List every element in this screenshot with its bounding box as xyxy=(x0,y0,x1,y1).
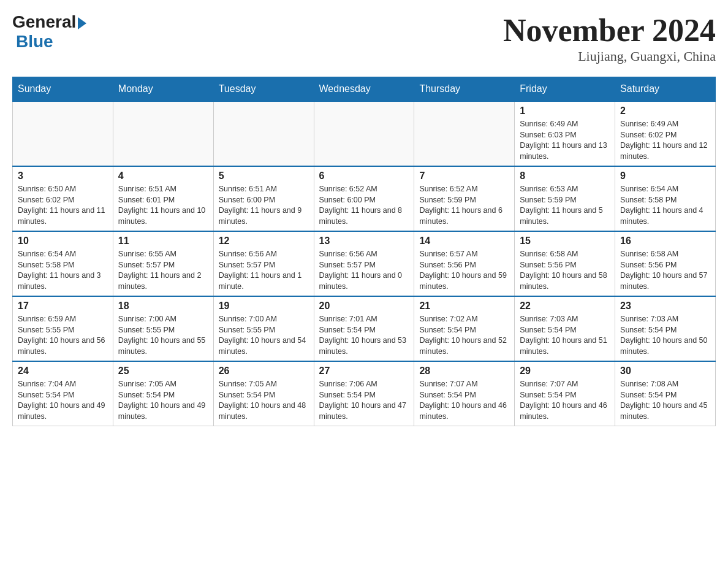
calendar-week-row: 10Sunrise: 6:54 AMSunset: 5:58 PMDayligh… xyxy=(13,231,716,296)
day-number: 12 xyxy=(219,236,309,247)
day-number: 26 xyxy=(219,366,309,377)
calendar-day-cell: 15Sunrise: 6:58 AMSunset: 5:56 PMDayligh… xyxy=(515,231,615,296)
day-of-week-header: Monday xyxy=(113,77,213,102)
day-number: 20 xyxy=(319,301,409,312)
calendar-day-cell: 11Sunrise: 6:55 AMSunset: 5:57 PMDayligh… xyxy=(113,231,213,296)
day-number: 1 xyxy=(520,105,610,117)
day-number: 29 xyxy=(520,366,610,377)
day-number: 7 xyxy=(419,170,509,182)
day-of-week-header: Wednesday xyxy=(314,77,414,102)
calendar-day-cell: 8Sunrise: 6:53 AMSunset: 5:59 PMDaylight… xyxy=(515,166,615,231)
day-number: 19 xyxy=(219,301,309,312)
location-title: Liujiang, Guangxi, China xyxy=(503,48,716,64)
calendar-day-cell xyxy=(414,101,515,166)
day-info: Sunrise: 7:03 AMSunset: 5:54 PMDaylight:… xyxy=(520,314,610,357)
calendar-day-cell: 7Sunrise: 6:52 AMSunset: 5:59 PMDaylight… xyxy=(414,166,515,231)
day-number: 11 xyxy=(118,236,208,247)
calendar-week-row: 3Sunrise: 6:50 AMSunset: 6:02 PMDaylight… xyxy=(13,166,716,231)
day-info: Sunrise: 7:03 AMSunset: 5:54 PMDaylight:… xyxy=(620,314,710,357)
day-number: 22 xyxy=(520,301,610,312)
day-number: 6 xyxy=(319,170,409,182)
calendar-day-cell: 25Sunrise: 7:05 AMSunset: 5:54 PMDayligh… xyxy=(113,361,213,426)
day-info: Sunrise: 6:52 AMSunset: 6:00 PMDaylight:… xyxy=(319,184,409,227)
calendar-day-cell: 22Sunrise: 7:03 AMSunset: 5:54 PMDayligh… xyxy=(515,296,615,361)
day-of-week-header: Friday xyxy=(515,77,615,102)
day-number: 3 xyxy=(18,170,108,182)
day-number: 21 xyxy=(419,301,509,312)
calendar-day-cell: 14Sunrise: 6:57 AMSunset: 5:56 PMDayligh… xyxy=(414,231,515,296)
calendar-week-row: 24Sunrise: 7:04 AMSunset: 5:54 PMDayligh… xyxy=(13,361,716,426)
calendar-day-cell: 29Sunrise: 7:07 AMSunset: 5:54 PMDayligh… xyxy=(515,361,615,426)
day-number: 17 xyxy=(18,301,108,312)
day-info: Sunrise: 7:05 AMSunset: 5:54 PMDaylight:… xyxy=(219,379,309,422)
day-of-week-header: Saturday xyxy=(615,77,716,102)
day-info: Sunrise: 6:52 AMSunset: 5:59 PMDaylight:… xyxy=(419,184,509,227)
logo-triangle-icon xyxy=(78,17,86,29)
day-of-week-header: Sunday xyxy=(13,77,113,102)
header: General Blue November 2024 Liujiang, Gua… xyxy=(12,12,716,64)
day-info: Sunrise: 6:51 AMSunset: 6:01 PMDaylight:… xyxy=(118,184,208,227)
day-info: Sunrise: 6:58 AMSunset: 5:56 PMDaylight:… xyxy=(520,249,610,292)
calendar-day-cell: 18Sunrise: 7:00 AMSunset: 5:55 PMDayligh… xyxy=(113,296,213,361)
day-info: Sunrise: 6:58 AMSunset: 5:56 PMDaylight:… xyxy=(620,249,710,292)
day-info: Sunrise: 6:57 AMSunset: 5:56 PMDaylight:… xyxy=(419,249,509,292)
day-info: Sunrise: 7:04 AMSunset: 5:54 PMDaylight:… xyxy=(18,379,108,422)
calendar-day-cell: 16Sunrise: 6:58 AMSunset: 5:56 PMDayligh… xyxy=(615,231,716,296)
day-number: 4 xyxy=(118,170,208,182)
calendar-day-cell: 10Sunrise: 6:54 AMSunset: 5:58 PMDayligh… xyxy=(13,231,113,296)
day-info: Sunrise: 7:00 AMSunset: 5:55 PMDaylight:… xyxy=(118,314,208,357)
calendar-day-cell: 23Sunrise: 7:03 AMSunset: 5:54 PMDayligh… xyxy=(615,296,716,361)
title-area: November 2024 Liujiang, Guangxi, China xyxy=(503,12,716,64)
calendar-week-row: 1Sunrise: 6:49 AMSunset: 6:03 PMDaylight… xyxy=(13,101,716,166)
calendar-day-cell: 20Sunrise: 7:01 AMSunset: 5:54 PMDayligh… xyxy=(314,296,414,361)
calendar-day-cell: 19Sunrise: 7:00 AMSunset: 5:55 PMDayligh… xyxy=(213,296,314,361)
day-info: Sunrise: 7:06 AMSunset: 5:54 PMDaylight:… xyxy=(319,379,409,422)
calendar-day-cell: 28Sunrise: 7:07 AMSunset: 5:54 PMDayligh… xyxy=(414,361,515,426)
calendar-day-cell: 24Sunrise: 7:04 AMSunset: 5:54 PMDayligh… xyxy=(13,361,113,426)
calendar-day-cell: 12Sunrise: 6:56 AMSunset: 5:57 PMDayligh… xyxy=(213,231,314,296)
day-info: Sunrise: 6:56 AMSunset: 5:57 PMDaylight:… xyxy=(219,249,309,292)
day-number: 30 xyxy=(620,366,710,377)
month-title: November 2024 xyxy=(503,12,716,48)
day-number: 10 xyxy=(18,236,108,247)
day-number: 23 xyxy=(620,301,710,312)
day-info: Sunrise: 6:56 AMSunset: 5:57 PMDaylight:… xyxy=(319,249,409,292)
day-number: 14 xyxy=(419,236,509,247)
day-number: 28 xyxy=(419,366,509,377)
day-number: 16 xyxy=(620,236,710,247)
day-number: 9 xyxy=(620,170,710,182)
calendar-day-cell: 13Sunrise: 6:56 AMSunset: 5:57 PMDayligh… xyxy=(314,231,414,296)
calendar-day-cell: 17Sunrise: 6:59 AMSunset: 5:55 PMDayligh… xyxy=(13,296,113,361)
calendar-day-cell xyxy=(13,101,113,166)
logo: General Blue xyxy=(12,12,86,52)
day-info: Sunrise: 6:49 AMSunset: 6:03 PMDaylight:… xyxy=(520,119,610,162)
day-info: Sunrise: 6:50 AMSunset: 6:02 PMDaylight:… xyxy=(18,184,108,227)
day-info: Sunrise: 7:07 AMSunset: 5:54 PMDaylight:… xyxy=(419,379,509,422)
day-info: Sunrise: 6:59 AMSunset: 5:55 PMDaylight:… xyxy=(18,314,108,357)
day-number: 8 xyxy=(520,170,610,182)
calendar-table: SundayMondayTuesdayWednesdayThursdayFrid… xyxy=(12,77,716,426)
day-info: Sunrise: 7:00 AMSunset: 5:55 PMDaylight:… xyxy=(219,314,309,357)
calendar-day-cell xyxy=(314,101,414,166)
day-info: Sunrise: 7:07 AMSunset: 5:54 PMDaylight:… xyxy=(520,379,610,422)
calendar-week-row: 17Sunrise: 6:59 AMSunset: 5:55 PMDayligh… xyxy=(13,296,716,361)
calendar-day-cell: 1Sunrise: 6:49 AMSunset: 6:03 PMDaylight… xyxy=(515,101,615,166)
calendar-day-cell: 5Sunrise: 6:51 AMSunset: 6:00 PMDaylight… xyxy=(213,166,314,231)
day-of-week-header: Tuesday xyxy=(213,77,314,102)
logo-blue-text: Blue xyxy=(16,32,53,52)
day-number: 13 xyxy=(319,236,409,247)
calendar-day-cell xyxy=(213,101,314,166)
day-number: 5 xyxy=(219,170,309,182)
day-info: Sunrise: 6:55 AMSunset: 5:57 PMDaylight:… xyxy=(118,249,208,292)
calendar-day-cell xyxy=(113,101,213,166)
day-info: Sunrise: 7:05 AMSunset: 5:54 PMDaylight:… xyxy=(118,379,208,422)
day-number: 24 xyxy=(18,366,108,377)
calendar-day-cell: 6Sunrise: 6:52 AMSunset: 6:00 PMDaylight… xyxy=(314,166,414,231)
day-info: Sunrise: 7:02 AMSunset: 5:54 PMDaylight:… xyxy=(419,314,509,357)
calendar-header-row: SundayMondayTuesdayWednesdayThursdayFrid… xyxy=(13,77,716,102)
day-info: Sunrise: 7:01 AMSunset: 5:54 PMDaylight:… xyxy=(319,314,409,357)
calendar-day-cell: 2Sunrise: 6:49 AMSunset: 6:02 PMDaylight… xyxy=(615,101,716,166)
day-number: 15 xyxy=(520,236,610,247)
day-of-week-header: Thursday xyxy=(414,77,515,102)
logo-general-text: General xyxy=(12,12,76,32)
